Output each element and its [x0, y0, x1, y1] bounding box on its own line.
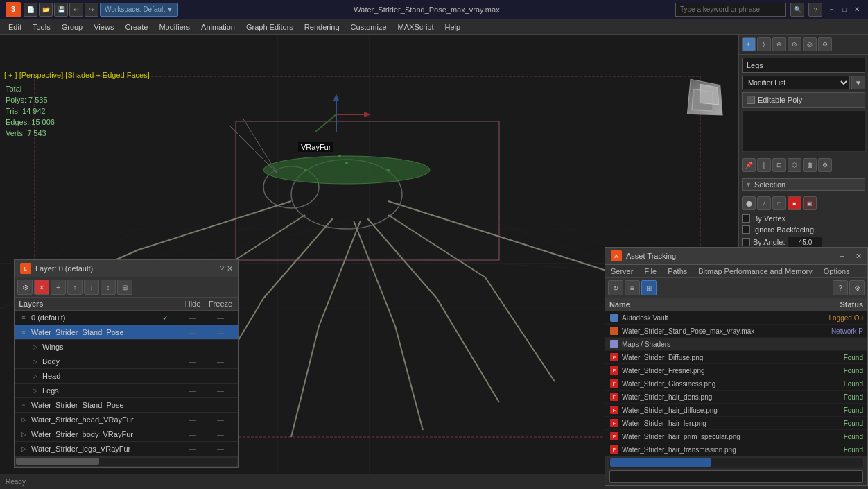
configure-btn[interactable]: | — [757, 158, 771, 172]
asset-row[interactable]: FWater_Strider_hair_dens.pngFound — [605, 391, 867, 404]
hierarchy-tab[interactable]: ⊕ — [772, 37, 786, 51]
edge-sel-btn[interactable]: / — [757, 196, 771, 210]
vertex-sel-btn[interactable]: ⬤ — [742, 196, 756, 210]
modifier-entry[interactable]: Editable Poly — [742, 92, 865, 108]
layer-row-freeze[interactable]: — — [207, 343, 234, 351]
modifier-list-expand-btn[interactable]: ▼ — [851, 76, 865, 89]
layer-row-freeze[interactable]: — — [207, 416, 234, 424]
modify-tab[interactable]: ⟩ — [757, 37, 771, 51]
layer-row[interactable]: ≡0 (default)✓—— — [15, 311, 238, 325]
asset-row[interactable]: Autodesk VaultLogged Ou — [605, 311, 867, 325]
layer-row-freeze[interactable]: — — [207, 445, 234, 453]
new-btn[interactable]: 📄 — [24, 3, 37, 17]
layer-row-freeze[interactable]: — — [207, 358, 234, 366]
layer-expand-btn[interactable]: ⊞ — [117, 280, 132, 295]
asset-row[interactable]: Maps / Shaders — [605, 338, 867, 351]
layer-row[interactable]: ▷Head—— — [15, 369, 238, 384]
layer-move-up-btn[interactable]: ↑ — [67, 280, 83, 295]
layer-add-btn[interactable]: + — [51, 280, 66, 295]
asset-row[interactable]: FWater_Strider_hair_len.pngFound — [605, 417, 867, 430]
menu-item-create[interactable]: Create — [119, 22, 153, 33]
menu-item-group[interactable]: Group — [56, 22, 89, 33]
asset-menu-item-options[interactable]: Options — [818, 265, 856, 277]
layer-row[interactable]: ▷Legs—— — [15, 384, 238, 398]
remove-modifier-btn[interactable]: 🗑 — [803, 158, 817, 172]
layer-row-hide[interactable]: — — [179, 372, 207, 380]
layer-row[interactable]: ≡Water_Strider_Stand_Pose—— — [15, 325, 238, 340]
menu-item-views[interactable]: Views — [88, 22, 119, 33]
create-tab[interactable]: ✦ — [742, 37, 756, 51]
asset-close-btn[interactable]: ✕ — [856, 252, 862, 261]
menu-item-help[interactable]: Help — [440, 22, 467, 33]
redo-btn[interactable]: ↪ — [85, 3, 98, 17]
asset-row[interactable]: FWater_Strider_Fresnel.pngFound — [605, 364, 867, 377]
search-input[interactable] — [675, 3, 786, 17]
asset-row[interactable]: FWater_Strider_Glossiness.pngFound — [605, 377, 867, 391]
layer-row-hide[interactable]: — — [179, 416, 207, 424]
asset-path-input[interactable] — [609, 470, 863, 483]
layer-close-btn[interactable]: ✕ — [227, 264, 233, 273]
asset-menu-item-server[interactable]: Server — [605, 265, 639, 277]
menu-item-edit[interactable]: Edit — [3, 22, 27, 33]
layer-row-hide[interactable]: — — [179, 314, 207, 322]
undo-btn[interactable]: ↩ — [69, 3, 83, 17]
layer-scrollbar[interactable] — [16, 458, 237, 466]
layer-sort-btn[interactable]: ↕ — [101, 280, 116, 295]
win-maximize-btn[interactable]: □ — [839, 4, 850, 15]
element-sel-btn[interactable]: ▣ — [803, 196, 817, 210]
layer-row-hide[interactable]: — — [179, 402, 207, 409]
layer-delete-btn[interactable]: ✕ — [34, 280, 49, 295]
by-angle-input[interactable] — [788, 237, 822, 248]
utilities-tab[interactable]: ⚙ — [818, 37, 832, 51]
layer-row-hide[interactable]: — — [179, 358, 207, 366]
layer-move-down-btn[interactable]: ↓ — [84, 280, 99, 295]
menu-item-tools[interactable]: Tools — [27, 22, 56, 33]
workspace-dropdown[interactable]: Workspace: Default ▼ — [100, 3, 178, 17]
asset-menu-item-paths[interactable]: Paths — [662, 265, 693, 277]
layer-row-hide[interactable]: — — [179, 387, 207, 395]
layer-row-hide[interactable]: — — [179, 445, 207, 453]
layer-row[interactable]: ≡Water_Strider_Stand_Pose—— — [15, 398, 238, 413]
layer-row-hide[interactable]: — — [179, 329, 207, 336]
layer-row-freeze[interactable]: — — [207, 402, 234, 409]
show-end-result-btn[interactable]: ⊡ — [772, 158, 786, 172]
modifier-dropdown[interactable]: Modifier List — [742, 76, 850, 89]
layer-row-freeze[interactable]: — — [207, 387, 234, 395]
by-vertex-checkbox[interactable] — [742, 214, 750, 223]
asset-refresh-btn[interactable]: ↻ — [608, 280, 623, 295]
menu-item-graph-editors[interactable]: Graph Editors — [241, 22, 299, 33]
menu-item-rendering[interactable]: Rendering — [299, 22, 345, 33]
search-btn[interactable]: 🔍 — [790, 3, 804, 17]
layer-row[interactable]: ▷Body—— — [15, 354, 238, 369]
help-btn[interactable]: ? — [808, 3, 822, 17]
layer-settings-btn[interactable]: ⚙ — [17, 280, 33, 295]
layer-row-freeze[interactable]: — — [207, 314, 234, 322]
asset-list-view-btn[interactable]: ≡ — [625, 280, 640, 295]
navigation-cube[interactable] — [689, 80, 731, 121]
poly-sel-btn[interactable]: ■ — [788, 196, 801, 210]
asset-row[interactable]: FWater_Strider_Diffuse.pngFound — [605, 351, 867, 364]
asset-menu-item-file[interactable]: File — [639, 265, 662, 277]
win-close-btn[interactable]: ✕ — [851, 4, 862, 15]
asset-row[interactable]: FWater_Strider_hair_diffuse.pngFound — [605, 404, 867, 417]
border-sel-btn[interactable]: □ — [772, 196, 786, 210]
asset-menu-item-bitmap-performance-and-memory[interactable]: Bitmap Performance and Memory — [693, 265, 817, 277]
selection-header[interactable]: ▼ Selection — [742, 178, 865, 191]
pin-stack-btn[interactable]: 📌 — [742, 158, 756, 172]
asset-settings-btn[interactable]: ⚙ — [849, 280, 865, 295]
display-tab[interactable]: ◎ — [803, 37, 817, 51]
layer-row-hide[interactable]: — — [179, 431, 207, 438]
asset-row[interactable]: FWater_Strider_hair_transmission.pngFoun… — [605, 443, 867, 456]
layer-row-freeze[interactable]: — — [207, 372, 234, 380]
asset-minimize-btn[interactable]: − — [840, 252, 844, 260]
layer-row-hide[interactable]: — — [179, 343, 207, 351]
ignore-backfacing-checkbox[interactable] — [742, 225, 750, 234]
layer-row[interactable]: ▷Wings—— — [15, 340, 238, 354]
asset-row[interactable]: Water_Strider_Stand_Pose_max_vray.maxNet… — [605, 325, 867, 338]
asset-row[interactable]: FWater_Strider_hair_prim_specular.pngFou… — [605, 430, 867, 443]
layer-row-freeze[interactable]: — — [207, 329, 234, 336]
menu-item-animation[interactable]: Animation — [196, 22, 241, 33]
layer-row[interactable]: ▷Water_Strider_head_VRayFur—— — [15, 413, 238, 427]
layer-row-freeze[interactable]: — — [207, 431, 234, 438]
menu-item-maxscript[interactable]: MAXScript — [392, 22, 440, 33]
